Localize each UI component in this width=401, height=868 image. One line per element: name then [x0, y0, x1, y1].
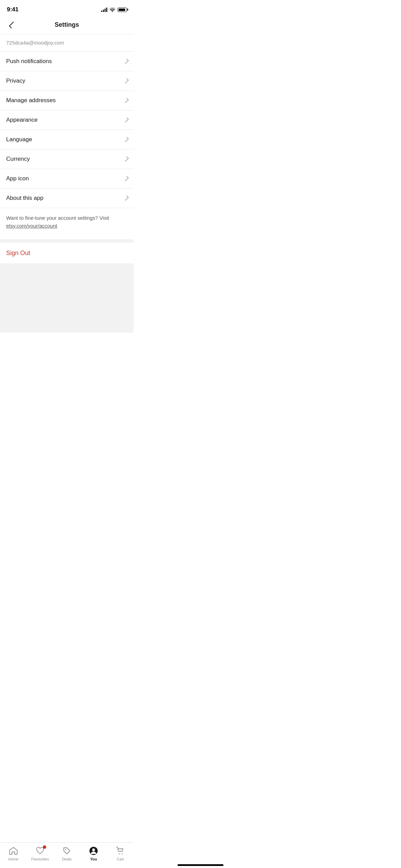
settings-item-about-this-app[interactable]: About this app [0, 189, 134, 208]
fine-tune-link[interactable]: etsy.com/your/account [6, 223, 57, 229]
settings-item-label: Appearance [6, 117, 38, 123]
chevron-right-icon [123, 117, 129, 123]
settings-item-appearance[interactable]: Appearance [0, 110, 134, 130]
account-email-row: 725dca4a@moodjoy.com [0, 34, 134, 52]
settings-item-label: Language [6, 136, 32, 143]
settings-item-manage-addresses[interactable]: Manage addresses [0, 91, 134, 110]
settings-item-label: Manage addresses [6, 97, 56, 104]
settings-item-label: Privacy [6, 77, 25, 84]
settings-item-label: Push notifications [6, 58, 52, 65]
sign-out-button[interactable]: Sign Out [6, 250, 30, 257]
status-bar: 9:41 [0, 0, 134, 17]
status-icons [101, 7, 127, 12]
chevron-right-icon [123, 59, 129, 64]
fine-tune-text: Want to fine-tune your account settings?… [6, 214, 127, 230]
wifi-icon [109, 7, 116, 12]
page-spacer [0, 264, 134, 333]
settings-item-privacy[interactable]: Privacy [0, 71, 134, 91]
header: Settings [0, 17, 134, 34]
section-divider [0, 239, 134, 243]
chevron-right-icon [123, 137, 129, 142]
battery-icon [118, 8, 127, 12]
status-time: 9:41 [7, 6, 19, 13]
chevron-right-icon [123, 195, 129, 201]
account-email: 725dca4a@moodjoy.com [6, 40, 64, 46]
chevron-right-icon [123, 98, 129, 103]
settings-item-currency[interactable]: Currency [0, 149, 134, 169]
settings-item-language[interactable]: Language [0, 130, 134, 149]
back-chevron-icon [9, 22, 16, 28]
settings-item-push-notifications[interactable]: Push notifications [0, 52, 134, 71]
back-button[interactable] [5, 19, 18, 31]
chevron-right-icon [123, 156, 129, 162]
settings-item-label: Currency [6, 156, 30, 162]
page-title: Settings [54, 21, 79, 28]
settings-item-label: About this app [6, 195, 44, 202]
settings-item-label: App icon [6, 175, 29, 182]
sign-out-section: Sign Out [0, 243, 134, 264]
settings-list: Push notifications Privacy Manage addres… [0, 52, 134, 208]
fine-tune-block: Want to fine-tune your account settings?… [0, 208, 134, 239]
chevron-right-icon [123, 78, 129, 84]
settings-item-app-icon[interactable]: App icon [0, 169, 134, 189]
signal-icon [101, 7, 107, 12]
chevron-right-icon [123, 176, 129, 181]
